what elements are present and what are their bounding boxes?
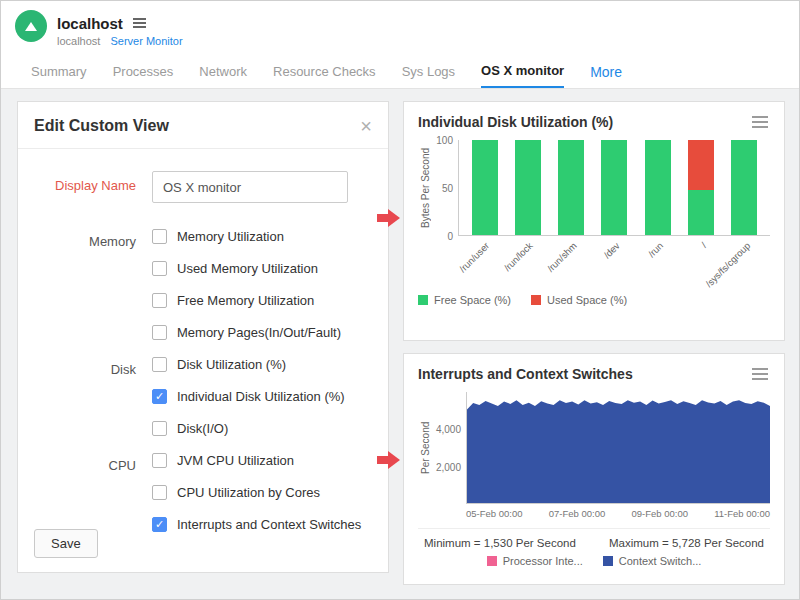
area-plot [466,392,770,504]
legend-label: Context Switch... [619,555,702,567]
breadcrumb-host[interactable]: localhost [57,35,100,47]
bar-category: /run/shm [558,236,584,292]
bar-segment-free [601,140,627,235]
check-row-memory-utilization[interactable]: Memory Utilization [152,227,341,245]
legend-swatch-pink [487,556,497,566]
bar-category: /run/user [471,236,497,292]
legend-label: Processor Inte... [503,555,583,567]
bar-segment-free [558,140,584,235]
close-icon[interactable]: × [360,116,372,136]
checkbox-label: Interrupts and Context Switches [177,517,361,532]
checkbox-icon[interactable] [152,325,167,340]
legend-swatch-blue [603,556,613,566]
bar-segment-free [688,190,714,235]
breadcrumb: localhost Server Monitor [57,35,183,47]
panel-title: Edit Custom View [34,117,169,135]
tab-network[interactable]: Network [199,55,247,88]
checkbox-label: CPU Utilization by Cores [177,485,320,500]
group-label-memory: Memory [34,227,136,355]
disk-bar [515,140,541,235]
legend-item-processor-interrupts[interactable]: Processor Inte... [487,555,583,567]
save-button[interactable]: Save [34,529,98,558]
x-tick: 05-Feb 00:00 [466,508,523,519]
y-tick: 0 [447,231,453,242]
y-axis-ticks: 100 50 0 [432,140,458,236]
group-label-disk: Disk [34,355,136,451]
tab-resource-checks[interactable]: Resource Checks [273,55,376,88]
chart-legend: Processor Inte... Context Switch... [418,555,770,567]
checkbox-label: JVM CPU Utilization [177,453,294,468]
checkbox-icon[interactable] [152,261,167,276]
disk-utilization-chart-card: Individual Disk Utilization (%) Bytes Pe… [403,101,785,341]
check-row-free-memory-utilization[interactable]: Free Memory Utilization [152,291,341,309]
checkbox-icon[interactable] [152,453,167,468]
breadcrumb-server-monitor[interactable]: Server Monitor [110,35,182,47]
checkbox-label: Disk Utilization (%) [177,357,286,372]
check-row-cpu-utilization-by-cores[interactable]: CPU Utilization by Cores [152,483,361,501]
disk-bar [645,140,671,235]
tab-osx-monitor[interactable]: OS X monitor [481,55,564,88]
x-tick: 11-Feb 00:00 [714,508,770,519]
edit-form: Display Name Memory Memory Utilization U… [18,149,388,547]
legend-swatch-red [531,295,541,305]
bar-segment-free [731,140,757,235]
y-axis-label: Per Second [418,392,432,504]
checkbox-icon[interactable] [152,517,167,532]
bar-segment-free [645,140,671,235]
monitor-status-icon[interactable] [15,10,47,42]
legend-item-used-space[interactable]: Used Space (%) [531,294,627,306]
check-row-disk-utilization[interactable]: Disk Utilization (%) [152,355,345,373]
chart-stats: Minimum = 1,530 Per Second Maximum = 5,7… [418,528,770,549]
disk-bar [472,140,498,235]
checkbox-icon[interactable] [152,389,167,404]
chart-title: Individual Disk Utilization (%) [418,114,613,130]
checkbox-icon[interactable] [152,485,167,500]
check-row-interrupts-context-switches[interactable]: Interrupts and Context Switches [152,515,361,533]
legend-item-free-space[interactable]: Free Space (%) [418,294,511,306]
checkbox-icon[interactable] [152,357,167,372]
tab-sys-logs[interactable]: Sys Logs [402,55,455,88]
y-tick: 2,000 [436,461,461,472]
disk-bar [731,140,757,235]
bar-category: /run/lock [514,236,540,292]
tab-more[interactable]: More [590,55,622,88]
display-name-label: Display Name [34,171,136,203]
y-tick: 50 [442,183,453,194]
disk-category-labels: /run/user/run/lock/run/shm/dev/run//sys/… [458,236,770,292]
maximum-stat: Maximum = 5,728 Per Second [609,537,764,549]
check-row-memory-pages[interactable]: Memory Pages(In/Out/Fault) [152,323,341,341]
checkbox-icon[interactable] [152,293,167,308]
red-arrow-icon [377,209,401,227]
edit-custom-view-panel: Edit Custom View × Display Name Memory M… [17,101,389,573]
checkbox-icon[interactable] [152,421,167,436]
chart-legend: Free Space (%) Used Space (%) [418,294,770,306]
bar-category: /run [644,236,670,292]
legend-label: Used Space (%) [547,294,627,306]
bar-category-label: /run/lock [502,240,535,273]
page-title: localhost [57,15,123,32]
x-tick: 07-Feb 00:00 [549,508,606,519]
disk-bar [688,140,714,235]
chart-menu-icon[interactable] [750,366,770,382]
tab-processes[interactable]: Processes [113,55,174,88]
legend-item-context-switches[interactable]: Context Switch... [603,555,702,567]
group-memory: Memory Memory Utilization Used Memory Ut… [34,227,372,355]
hamburger-menu-icon[interactable] [133,18,146,28]
display-name-input[interactable] [152,171,348,203]
bar-category: /dev [601,236,627,292]
y-axis-ticks: 4,000 2,000 [432,392,466,504]
check-row-disk-io[interactable]: Disk(I/O) [152,419,345,437]
check-row-individual-disk-utilization[interactable]: Individual Disk Utilization (%) [152,387,345,405]
checkbox-label: Free Memory Utilization [177,293,314,308]
disk-bars-plot [458,140,770,236]
disk-bar [558,140,584,235]
tab-summary[interactable]: Summary [31,55,87,88]
disk-bar [601,140,627,235]
bar-segment-free [515,140,541,235]
bar-category-label: /run/shm [544,240,578,274]
interrupts-chart-card: Interrupts and Context Switches Per Seco… [403,353,785,585]
check-row-used-memory-utilization[interactable]: Used Memory Utilization [152,259,341,277]
chart-menu-icon[interactable] [750,114,770,130]
checkbox-icon[interactable] [152,229,167,244]
check-row-jvm-cpu-utilization[interactable]: JVM CPU Utilization [152,451,361,469]
